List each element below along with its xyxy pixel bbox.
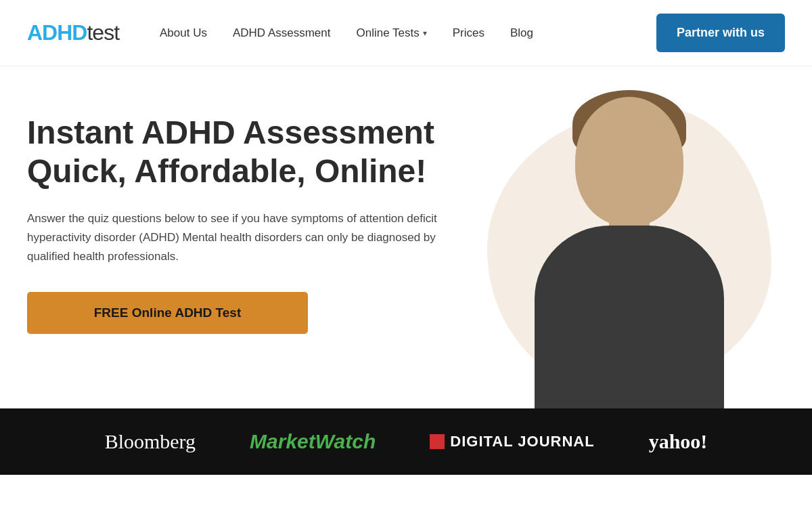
person-head — [575, 97, 683, 226]
nav-adhd-assessment[interactable]: ADHD Assessment — [233, 26, 331, 40]
hero-image-area — [433, 66, 812, 408]
logo-adhd: ADHD — [27, 20, 87, 45]
nav-links: About Us ADHD Assessment Online Tests ▾ … — [160, 26, 656, 40]
marketwatch-logo: MarketWatch — [250, 430, 376, 453]
cta-button[interactable]: FREE Online ADHD Test — [27, 292, 308, 334]
hero-person-illustration — [501, 83, 758, 408]
person-body — [535, 226, 724, 408]
hero-description: Answer the quiz questions below to see i… — [27, 209, 447, 266]
dj-red-square-icon — [430, 434, 445, 449]
site-logo[interactable]: ADHDtest — [27, 20, 119, 45]
nav-online-tests[interactable]: Online Tests ▾ — [357, 26, 427, 40]
navbar: ADHDtest About Us ADHD Assessment Online… — [0, 0, 812, 66]
bloomberg-logo: Bloomberg — [105, 430, 196, 453]
nav-about-us[interactable]: About Us — [160, 26, 207, 40]
nav-blog[interactable]: Blog — [510, 26, 533, 40]
hero-content: Instant ADHD Assessment Quick, Affordabl… — [27, 107, 474, 334]
yahoo-logo: yahoo! — [649, 430, 708, 453]
partner-button[interactable]: Partner with us — [656, 14, 785, 52]
nav-prices[interactable]: Prices — [453, 26, 484, 40]
digital-journal-logo: DIGITAL JOURNAL — [430, 433, 594, 450]
logo-test: test — [87, 20, 119, 45]
press-logos-bar: Bloomberg MarketWatch DIGITAL JOURNAL ya… — [0, 408, 812, 475]
chevron-down-icon: ▾ — [423, 28, 427, 38]
hero-section: Instant ADHD Assessment Quick, Affordabl… — [0, 66, 812, 408]
hero-title: Instant ADHD Assessment Quick, Affordabl… — [27, 114, 474, 190]
